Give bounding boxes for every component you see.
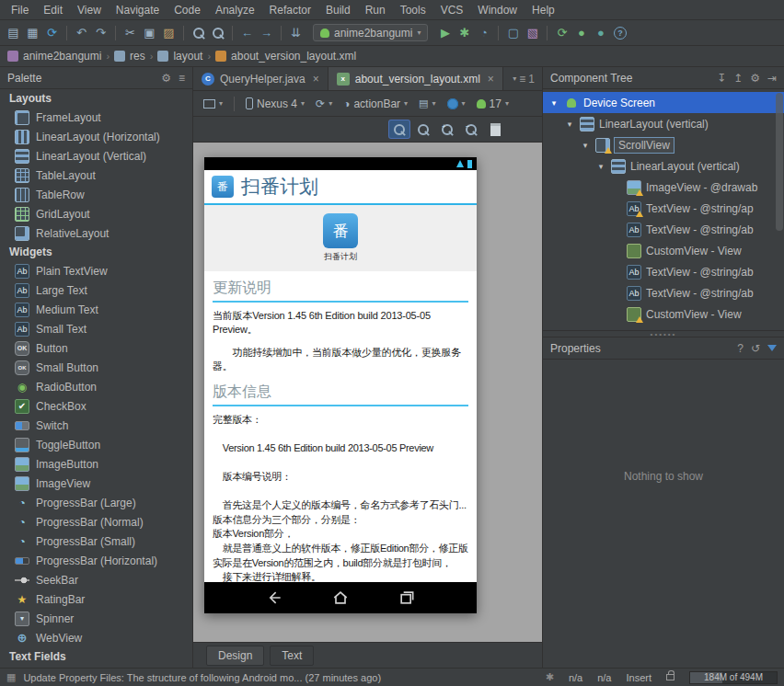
caret-position-widget[interactable]: n/a	[569, 672, 582, 683]
gradle-sync-icon[interactable]: ⟳	[552, 24, 571, 42]
expanded-arrow-icon[interactable]: ▾	[548, 98, 559, 108]
menu-item-navigate[interactable]: Navigate	[109, 1, 167, 19]
tab-queryhelper-java[interactable]: CQueryHelper.java×	[193, 67, 329, 90]
palette-item-linearlayout-horizontal[interactable]: LinearLayout (Horizontal)	[0, 127, 192, 146]
expanded-arrow-icon[interactable]: ▾	[580, 141, 591, 150]
palette-item-framelayout[interactable]: FrameLayout	[0, 108, 192, 127]
palette-item-small-text[interactable]: AbSmall Text	[0, 319, 192, 338]
palette-item-medium-text[interactable]: AbMedium Text	[0, 300, 192, 319]
paste-icon[interactable]: ▨	[159, 24, 179, 42]
cut-icon[interactable]: ✂	[121, 24, 140, 42]
palette-item-large-text[interactable]: AbLarge Text	[0, 280, 192, 300]
status-message[interactable]: Update Property Files: The structure of …	[23, 672, 537, 683]
forward-icon[interactable]: →	[257, 24, 276, 42]
tab-about-version-layout-xml[interactable]: xabout_version_layout.xml×	[329, 67, 503, 90]
palette-item-progressbar-normal[interactable]: ◔ProgressBar (Normal)	[0, 512, 192, 532]
paragraph[interactable]: 功能持续增加中，当前版本做少量的优化，更换服务器。	[213, 346, 468, 374]
tab-text[interactable]: Text	[270, 646, 314, 666]
tree-node-device-screen[interactable]: ▾Device Screen	[543, 92, 784, 113]
tree-node-scrollview[interactable]: ▾ScrollView	[543, 134, 784, 155]
palette-item-spinner[interactable]: ▾Spinner	[0, 609, 192, 628]
menu-item-edit[interactable]: Edit	[36, 1, 70, 19]
palette-item-tablelayout[interactable]: TableLayout	[0, 166, 192, 185]
sync-icon[interactable]: ⟳	[42, 24, 62, 42]
avd-manager-icon[interactable]: ●	[571, 24, 591, 42]
menu-item-analyze[interactable]: Analyze	[208, 1, 262, 19]
preview-doc-button[interactable]	[485, 120, 505, 138]
design-preview-phone[interactable]: 番 扫番计划 番 扫番计划 更新说明 当前版本Version 1.45 6th …	[204, 157, 477, 613]
menu-item-view[interactable]: View	[70, 1, 109, 19]
locale-selector[interactable]: ▾	[443, 97, 470, 111]
palette-section-widgets[interactable]: Widgets	[0, 243, 192, 261]
sdk-manager-icon[interactable]: ●	[591, 24, 610, 42]
palette-item-checkbox[interactable]: ✔CheckBox	[0, 396, 192, 416]
palette-item-button[interactable]: OKButton	[0, 338, 192, 358]
configuration-selector[interactable]: ▾	[199, 97, 227, 110]
toolwindow-toggle-icon[interactable]: ▦	[6, 671, 16, 683]
palette-item-small-button[interactable]: OKSmall Button	[0, 358, 192, 377]
paragraph[interactable]: 当前版本Version 1.45 6th Edition build 2013-…	[213, 309, 468, 337]
orientation-selector[interactable]: ⟳▾	[311, 96, 337, 112]
section-title[interactable]: 版本信息	[213, 383, 468, 402]
find-icon[interactable]	[189, 24, 208, 42]
close-icon[interactable]: ×	[313, 73, 319, 86]
api-selector[interactable]: 17▾	[472, 96, 513, 112]
insert-mode-widget[interactable]: Insert	[626, 672, 651, 683]
breadcrumb-item-layout[interactable]: layout	[157, 50, 202, 63]
memory-indicator[interactable]: 184M of 494M	[689, 671, 778, 684]
run-icon[interactable]: ▶	[435, 24, 455, 42]
palette-item-imagebutton[interactable]: ImageButton	[0, 454, 192, 474]
open-project-icon[interactable]: ▤	[4, 24, 23, 42]
palette-item-imageview[interactable]: ImageView	[0, 474, 192, 493]
line-separator-widget[interactable]: n/a	[597, 672, 611, 683]
panel-splitter[interactable]: ••••••	[543, 330, 784, 337]
hide-panel-icon[interactable]: ⇥	[767, 72, 777, 85]
undo-icon[interactable]: ↶	[72, 24, 91, 42]
breadcrumb-item-about-version-layout-xml[interactable]: about_version_layout.xml	[215, 50, 356, 63]
back-icon[interactable]: ←	[237, 24, 257, 42]
menu-item-tools[interactable]: Tools	[393, 1, 433, 19]
zoom-out-button[interactable]: −	[461, 120, 481, 138]
menu-item-window[interactable]: Window	[470, 1, 525, 19]
zoom-fit-button[interactable]	[389, 120, 409, 138]
tree-node-customview-view[interactable]: CustomView - View	[543, 303, 784, 325]
palette-item-seekbar[interactable]: SeekBar	[0, 570, 192, 589]
palette-item-togglebutton[interactable]: ToggleButton	[0, 435, 192, 454]
save-all-icon[interactable]: ▦	[23, 24, 42, 42]
palette-item-progressbar-large[interactable]: ◔ProgressBar (Large)	[0, 493, 192, 512]
palette-section-layouts[interactable]: Layouts	[0, 89, 192, 108]
replace-icon[interactable]	[208, 24, 227, 42]
gear-icon[interactable]: ⚙	[161, 72, 171, 85]
redo-icon[interactable]: ↷	[91, 24, 110, 42]
view-mode-icon[interactable]: ≡	[179, 72, 185, 85]
zoom-actual-button[interactable]	[413, 120, 433, 138]
filter-icon[interactable]	[767, 345, 777, 351]
palette-item-tablerow[interactable]: TableRow	[0, 185, 192, 204]
app-icon-banner[interactable]: 番 扫番计划	[204, 205, 477, 271]
captures-icon[interactable]: ▧	[523, 24, 542, 42]
help-icon[interactable]: ?	[610, 24, 629, 42]
attach-debugger-icon[interactable]: ◔	[474, 24, 493, 42]
palette-item-gridlayout[interactable]: GridLayout	[0, 204, 192, 223]
tree-node-imageview-drawab[interactable]: ImageView - @drawab	[543, 177, 784, 198]
section-title[interactable]: 更新说明	[213, 279, 468, 298]
export-icon[interactable]: ⇊	[286, 24, 306, 42]
tree-node-textview-string-ab[interactable]: AbTextView - @string/ab	[543, 282, 784, 303]
palette-item-webview[interactable]: ⊕WebView	[0, 628, 192, 647]
menu-item-help[interactable]: Help	[525, 1, 562, 19]
palette-section-text-fields[interactable]: Text Fields	[0, 647, 192, 666]
lock-icon[interactable]	[666, 674, 674, 680]
palette-item-progressbar-small[interactable]: ◔ProgressBar (Small)	[0, 532, 192, 551]
menu-item-vcs[interactable]: VCS	[433, 1, 471, 19]
menu-item-code[interactable]: Code	[167, 1, 208, 19]
palette-item-plain-textview[interactable]: AbPlain TextView	[0, 261, 192, 280]
palette-item-radiobutton[interactable]: ◉RadioButton	[0, 377, 192, 396]
gear-icon[interactable]: ⚙	[750, 72, 760, 85]
close-icon[interactable]: ×	[488, 73, 494, 86]
tab-design[interactable]: Design	[206, 646, 264, 666]
version-info-text[interactable]: 完整版本： Version 1.45 6th Edition build 201…	[213, 413, 468, 582]
phone-action-bar[interactable]: 番 扫番计划	[204, 170, 477, 203]
help-icon[interactable]: ?	[737, 342, 744, 355]
activity-selector[interactable]: ▤▾	[414, 96, 440, 111]
expanded-arrow-icon[interactable]: ▾	[564, 120, 575, 129]
